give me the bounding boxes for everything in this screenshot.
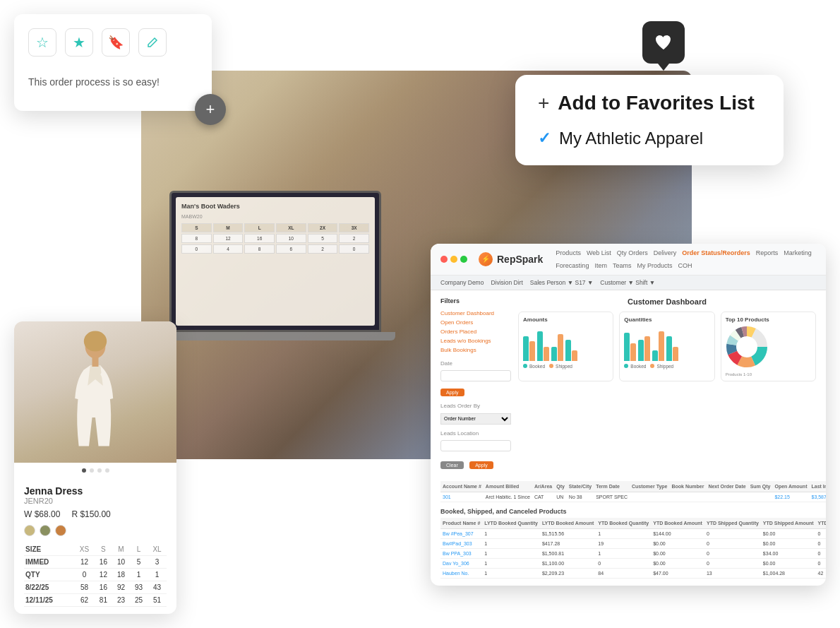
nav-products[interactable]: Products — [556, 249, 581, 256]
subnav-company[interactable]: Company Demo — [440, 279, 484, 286]
prod-ytd-sh-amt-5: $1,004.28 — [761, 569, 816, 579]
bar-teal-3 — [551, 347, 557, 361]
swatch-3[interactable] — [55, 525, 66, 536]
wholesale-price: W $68.00 — [24, 509, 60, 519]
subnav-division[interactable]: Division Dirt — [491, 279, 522, 286]
dot-1[interactable] — [82, 468, 86, 473]
filter-bulk[interactable]: Bulk Bookings — [440, 345, 511, 355]
favorites-item-label: My Athletic Apparel — [559, 129, 703, 148]
edit-icon[interactable] — [138, 28, 167, 57]
top10-legend: Products 1-10 — [726, 372, 811, 377]
laptop-overlay: Man's Boot Waders MABW20 S M L XL 2X 3X … — [169, 191, 416, 403]
product-name: Jenna Dress — [24, 485, 167, 497]
filters-title: Filters — [440, 297, 511, 304]
prod-ytd-bk-amt-3: $0.00 — [651, 549, 704, 559]
prod-ytd-sh-qty-4: 0 — [704, 559, 761, 569]
bookmark-icon[interactable]: 🔖 — [102, 28, 130, 57]
qty-bar-orange-4 — [673, 347, 678, 361]
swatch-2[interactable] — [40, 525, 51, 536]
star-filled-icon[interactable]: ★ — [65, 28, 93, 57]
bar-teal-1 — [523, 336, 529, 361]
dot-4[interactable] — [105, 468, 109, 473]
quantities-chart: Quantities — [619, 312, 714, 381]
bar-orange-1 — [529, 341, 535, 361]
leads-location-input[interactable] — [440, 440, 511, 451]
color-swatches — [24, 525, 167, 536]
favorites-card: + Add to Favorites List ✓ My Athletic Ap… — [515, 75, 784, 165]
nav-delivery[interactable]: Delivery — [654, 249, 677, 256]
nav-teams[interactable]: Teams — [613, 262, 632, 269]
product-image — [14, 321, 176, 463]
heart-badge — [642, 21, 685, 64]
favorites-item[interactable]: ✓ My Athletic Apparel — [538, 129, 761, 148]
nav-item[interactable]: Item — [594, 262, 607, 269]
dot-3[interactable] — [97, 468, 102, 473]
col-open-amount: Open Amount — [772, 481, 809, 492]
nav-coh[interactable]: COH — [678, 262, 692, 269]
prod-col-lytd-qty: LYTD Booked Quantity — [482, 518, 540, 529]
apply-filter-btn[interactable]: Apply — [440, 389, 464, 396]
subnav-customer[interactable]: Customer ▼ Shift ▼ — [600, 279, 655, 286]
amounts-legend: Booked Shipped — [523, 364, 608, 369]
prod-lytd-amt-1: $1,515.56 — [540, 529, 596, 539]
nav-qty-orders[interactable]: Qty Orders — [617, 249, 648, 256]
swatch-1[interactable] — [24, 525, 35, 536]
nav-reports[interactable]: Reports — [756, 249, 779, 256]
laptop-base — [169, 332, 395, 340]
prod-ytd-bk-qty-4: 0 — [596, 559, 651, 569]
close-window-btn[interactable] — [440, 256, 448, 263]
size-table: SIZE XSSMLXL IMMED 12161053 QTY 0121811 … — [24, 543, 167, 607]
laptop-content: Man's Boot Waders MABW20 S M L XL 2X 3X … — [176, 197, 375, 326]
dashboard-table-section: Account Name # Amount Billed Ar/Area Qty… — [431, 477, 826, 586]
products-row: Hauben No. 1 $2,209.23 84 $47.00 13 $1,0… — [440, 569, 826, 579]
nav-forecasting[interactable]: Forecasting — [556, 262, 589, 269]
prod-ytd-sh-qty-1: 0 — [704, 529, 761, 539]
prod-name-1: Bw #Pea_307 — [440, 529, 482, 539]
prod-ytd-bk-amt-1: $144.00 — [651, 529, 704, 539]
col-state: State/City — [567, 481, 594, 492]
leads-order-label: Leads Order By — [440, 401, 511, 410]
col-next-order: Next Order Date — [706, 481, 748, 492]
qty-bar-teal-3 — [652, 350, 658, 361]
prod-ytd-bk-qty-1: 1 — [596, 529, 651, 539]
nav-marketing[interactable]: Marketing — [784, 249, 812, 256]
products-table: Product Name # LYTD Booked Quantity LYTD… — [440, 518, 826, 579]
apply-filter-btn-2[interactable]: Apply — [469, 461, 493, 469]
col-book: Book Number — [669, 481, 706, 492]
filters-panel: Filters Customer Dashboard Open Orders O… — [440, 297, 511, 470]
prod-lytd-qty-3: 1 — [482, 549, 540, 559]
filter-open-orders[interactable]: Open Orders — [440, 318, 511, 327]
bar-teal-4 — [565, 340, 571, 361]
filter-orders-placed[interactable]: Orders Placed — [440, 327, 511, 336]
qty-bar-teal-1 — [624, 333, 630, 361]
prod-ytd-bk-amt-2: $0.00 — [651, 539, 704, 549]
subnav-salesperson[interactable]: Sales Person ▼ S17 ▼ — [530, 279, 594, 286]
clear-filter-btn[interactable]: Clear — [440, 461, 464, 469]
nav-weblist[interactable]: Web List — [587, 249, 611, 256]
date-from-input[interactable] — [440, 370, 511, 381]
product-sku: JENR20 — [24, 497, 167, 505]
dot-2[interactable] — [90, 468, 94, 473]
minimize-window-btn[interactable] — [450, 256, 457, 263]
cell-area: CAT — [532, 492, 554, 502]
nav-order-status[interactable]: Order Status/Reorders — [682, 249, 750, 256]
filter-customer-dashboard[interactable]: Customer Dashboard — [440, 309, 511, 318]
leads-orderby-select[interactable]: Order Number — [440, 413, 511, 425]
prod-ytd-bk-qty-3: 1 — [596, 549, 651, 559]
col-area: Ar/Area — [532, 481, 554, 492]
add-button[interactable]: + — [195, 94, 226, 125]
prod-ytd-bk-amt-4: $0.00 — [651, 559, 704, 569]
qty-bar-teal-4 — [666, 336, 672, 361]
prod-lytd-amt-2: $417.28 — [540, 539, 596, 549]
filter-leads[interactable]: Leads w/o Bookings — [440, 336, 511, 345]
nav-my-products[interactable]: My Products — [637, 262, 672, 269]
star-outline-icon[interactable]: ☆ — [28, 28, 56, 57]
cell-book-num — [669, 492, 706, 502]
amounts-bar-chart — [523, 326, 608, 361]
prod-lytd-amt-3: $1,500.81 — [540, 549, 596, 559]
qty-bar-orange-1 — [630, 343, 636, 361]
laptop-sku: MABW20 — [181, 214, 369, 219]
svg-point-13 — [737, 337, 757, 357]
maximize-window-btn[interactable] — [460, 256, 467, 263]
product-prices: W $68.00 R $150.00 — [24, 509, 167, 519]
